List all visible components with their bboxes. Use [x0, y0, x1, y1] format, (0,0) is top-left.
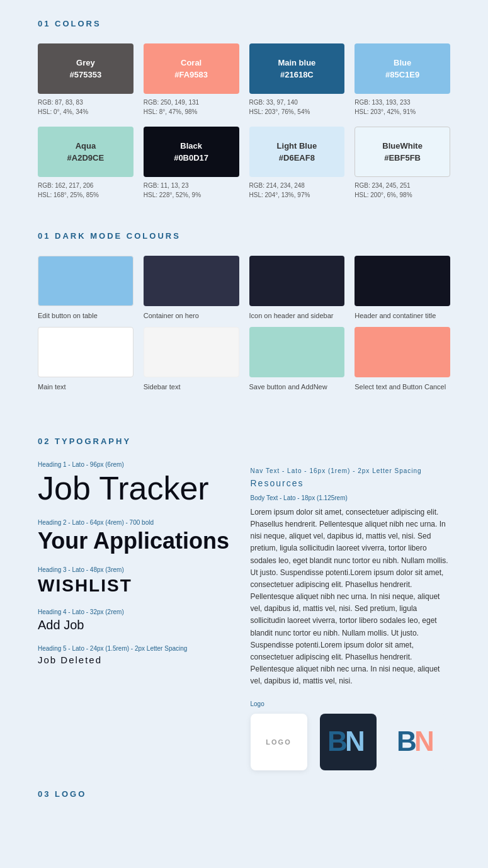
colors-title: 01 COLORS	[38, 19, 450, 28]
svg-text:B: B	[397, 726, 417, 757]
svg-text:B: B	[327, 726, 348, 757]
dark-swatch-icon-header-label: Icon on header and sidebar	[249, 311, 345, 321]
color-hex-aqua: #A2D9CE	[67, 153, 105, 163]
logo-box-white-text: LOGO	[266, 738, 291, 746]
color-info-aqua: RGB: 162, 217, 206 HSL: 168°, 25%, 85%	[38, 181, 133, 200]
dark-swatch-container-hero: Container on hero	[144, 256, 239, 321]
color-hex-grey: #575353	[70, 70, 102, 79]
h1-text: Job Tracker	[38, 471, 238, 506]
color-hex-bluewhite: #EBF5FB	[384, 153, 421, 163]
h4-label: Heading 4 - Lato - 32px (2rem)	[38, 608, 238, 615]
color-swatch-blue: Blue #85C1E9	[355, 43, 450, 94]
color-name-aqua: Aqua	[76, 141, 96, 151]
h5-label: Heading 5 - Lato - 24px (1.5rem) - 2px L…	[38, 645, 238, 652]
h2-label: Heading 2 - Lato - 64px (4rem) - 700 bol…	[38, 519, 238, 526]
dark-swatch-icon-header-color	[249, 256, 345, 306]
color-hex-black: #0B0D17	[174, 153, 208, 163]
color-swatch-aqua: Aqua #A2D9CE	[38, 127, 133, 177]
svg-text:N: N	[414, 726, 434, 757]
logo-dark-svg: B N	[326, 724, 370, 759]
h5-text: Job Deleted	[38, 654, 238, 665]
dark-swatch-header-title: Header and contatiner title	[355, 256, 450, 321]
dark-swatch-container-hero-color	[144, 256, 239, 306]
dark-swatch-select-cancel-color	[355, 327, 450, 377]
dark-swatch-save-button-color	[249, 327, 345, 377]
color-name-lightblue: Light Blue	[277, 141, 317, 151]
dark-swatch-edit-button: Edit button on table	[38, 256, 133, 321]
color-hex-blue: #85C1E9	[385, 70, 419, 79]
dark-swatch-sidebar-text: Sidebar text	[144, 327, 239, 392]
color-swatch-coral: Coral #FA9583	[144, 43, 239, 94]
svg-text:N: N	[345, 726, 365, 757]
color-card-mainblue: Main blue #21618C RGB: 33, 97, 140 HSL: …	[249, 43, 345, 117]
color-card-coral: Coral #FA9583 RGB: 250, 149, 131 HSL: 8°…	[144, 43, 239, 117]
dark-swatches-row2: Main text Sidebar text Save button and A…	[38, 327, 450, 392]
typography-right: Nav Text - Lato - 16px (1rem) - 2px Lett…	[251, 461, 451, 770]
dark-swatch-main-text: Main text	[38, 327, 133, 392]
color-card-grey: Grey #575353 RGB: 87, 83, 83 HSL: 0°, 4%…	[38, 43, 133, 117]
dark-mode-section: 01 DARK MODE COLOURS Edit button on tabl…	[0, 225, 488, 430]
logo-label-right: Logo	[251, 700, 451, 707]
color-name-bluewhite: BlueWhite	[382, 141, 423, 151]
color-name-grey: Grey	[76, 58, 95, 67]
colors-grid: Grey #575353 RGB: 87, 83, 83 HSL: 0°, 4%…	[38, 43, 450, 200]
dark-swatches-row1: Edit button on table Container on hero I…	[38, 256, 450, 321]
color-card-black: Black #0B0D17 RGB: 11, 13, 23 HSL: 228°,…	[144, 127, 239, 200]
color-info-lightblue: RGB: 214, 234, 248 HSL: 204°, 13%, 97%	[249, 181, 345, 200]
color-card-lightblue: Light Blue #D6EAF8 RGB: 214, 234, 248 HS…	[249, 127, 345, 200]
dark-swatch-select-cancel: Select text and Button Cancel	[355, 327, 450, 392]
dark-swatch-save-button: Save button and AddNew	[249, 327, 345, 392]
color-swatch-grey: Grey #575353	[38, 43, 133, 94]
color-name-coral: Coral	[181, 58, 201, 67]
color-info-mainblue: RGB: 33, 97, 140 HSL: 203°, 76%, 54%	[249, 98, 345, 117]
logo-light-svg: B N	[395, 724, 440, 759]
color-card-blue: Blue #85C1E9 RGB: 133, 193, 233 HSL: 203…	[355, 43, 450, 117]
dark-swatch-container-hero-label: Container on hero	[144, 311, 239, 321]
h2-text: Your Applications	[38, 528, 238, 554]
color-card-bluewhite: BlueWhite #EBF5FB RGB: 234, 245, 251 HSL…	[355, 127, 450, 200]
color-hex-mainblue: #21618C	[280, 70, 314, 79]
colors-section: 01 COLORS Grey #575353 RGB: 87, 83, 83 H…	[0, 0, 488, 225]
logo-box-white: LOGO	[251, 714, 307, 770]
color-info-grey: RGB: 87, 83, 83 HSL: 0°, 4%, 34%	[38, 98, 133, 117]
logo-light: B N	[389, 714, 446, 770]
dark-swatch-edit-button-color	[38, 256, 133, 306]
color-info-bluewhite: RGB: 234, 245, 251 HSL: 200°, 6%, 98%	[355, 181, 450, 200]
dark-mode-title: 01 DARK MODE COLOURS	[38, 231, 450, 241]
typography-left: Heading 1 - Lato - 96px (6rem) Job Track…	[38, 461, 238, 770]
color-hex-lightblue: #D6EAF8	[279, 153, 315, 163]
dark-swatch-sidebar-text-color	[144, 327, 239, 377]
color-card-aqua: Aqua #A2D9CE RGB: 162, 217, 206 HSL: 168…	[38, 127, 133, 200]
color-info-black: RGB: 11, 13, 23 HSL: 228°, 52%, 9%	[144, 181, 239, 200]
dark-swatch-sidebar-text-label: Sidebar text	[144, 382, 239, 392]
color-name-black: Black	[180, 141, 202, 151]
typography-grid: Heading 1 - Lato - 96px (6rem) Job Track…	[38, 461, 450, 770]
color-info-coral: RGB: 250, 149, 131 HSL: 8°, 47%, 98%	[144, 98, 239, 117]
dark-swatch-select-cancel-label: Select text and Button Cancel	[355, 382, 450, 392]
dark-swatch-header-title-label: Header and contatiner title	[355, 311, 450, 321]
logo-section-title: 03 LOGO	[38, 789, 450, 799]
body-text-content: Lorem ipsum dolor sit amet, consectetuer…	[251, 506, 451, 688]
dark-swatch-save-button-label: Save button and AddNew	[249, 382, 345, 392]
color-name-blue: Blue	[394, 58, 411, 67]
typography-section: 02 TYPOGRAPHY Heading 1 - Lato - 96px (6…	[0, 430, 488, 777]
h4-text: Add Job	[38, 618, 238, 632]
typography-title: 02 TYPOGRAPHY	[38, 437, 450, 446]
body-text-label: Body Text - Lato - 18px (1.125rem)	[251, 494, 451, 501]
dark-swatch-header-title-color	[355, 256, 450, 306]
logo-dark: B N	[320, 714, 377, 770]
color-hex-coral: #FA9583	[174, 70, 208, 79]
color-swatch-mainblue: Main blue #21618C	[249, 43, 345, 94]
logo-section: 03 LOGO	[0, 777, 488, 839]
color-name-mainblue: Main blue	[278, 58, 315, 67]
dark-swatch-icon-header: Icon on header and sidebar	[249, 256, 345, 321]
nav-text-label: Nav Text - Lato - 16px (1rem) - 2px Lett…	[251, 467, 451, 474]
h3-text: WISHLIST	[38, 576, 238, 596]
dark-swatch-edit-button-label: Edit button on table	[38, 311, 133, 321]
color-info-blue: RGB: 133, 193, 233 HSL: 203°, 42%, 91%	[355, 98, 450, 117]
dark-swatch-main-text-color	[38, 327, 133, 377]
color-swatch-lightblue: Light Blue #D6EAF8	[249, 127, 345, 177]
logo-row-right: LOGO B N B N	[251, 714, 451, 770]
h1-label: Heading 1 - Lato - 96px (6rem)	[38, 461, 238, 468]
h3-label: Heading 3 - Lato - 48px (3rem)	[38, 566, 238, 573]
